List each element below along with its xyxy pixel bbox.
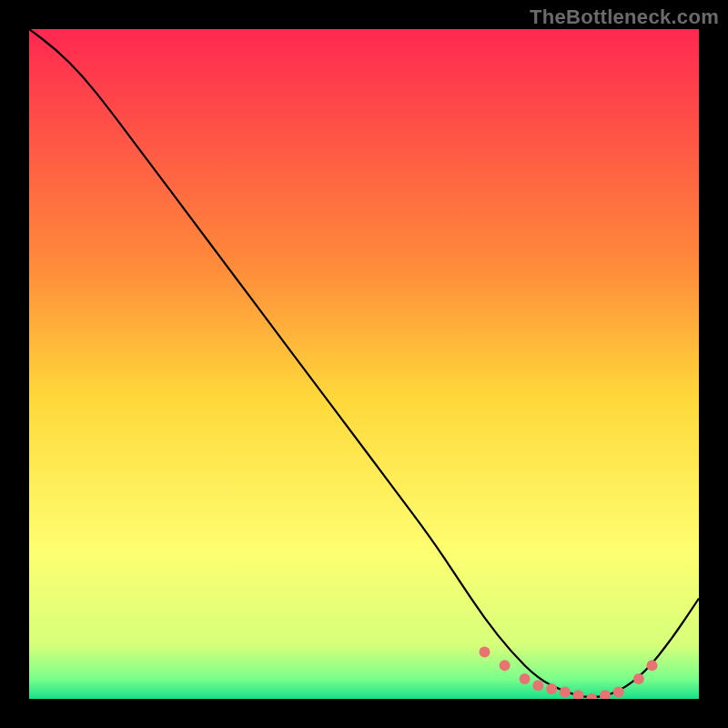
marker-dot bbox=[500, 660, 511, 671]
chart-frame: { "watermark": "TheBottleneck.com", "col… bbox=[0, 0, 728, 728]
bottleneck-chart bbox=[29, 29, 699, 699]
plot-area bbox=[29, 29, 699, 699]
marker-dot bbox=[480, 647, 490, 658]
marker-dot bbox=[613, 687, 624, 698]
marker-dot bbox=[532, 680, 543, 691]
marker-dot bbox=[633, 673, 644, 684]
marker-dot bbox=[520, 673, 531, 684]
gradient-background bbox=[29, 29, 699, 699]
marker-dot bbox=[647, 660, 658, 671]
watermark-text: TheBottleneck.com bbox=[530, 5, 719, 29]
marker-dot bbox=[560, 687, 571, 698]
marker-dot bbox=[546, 683, 557, 694]
